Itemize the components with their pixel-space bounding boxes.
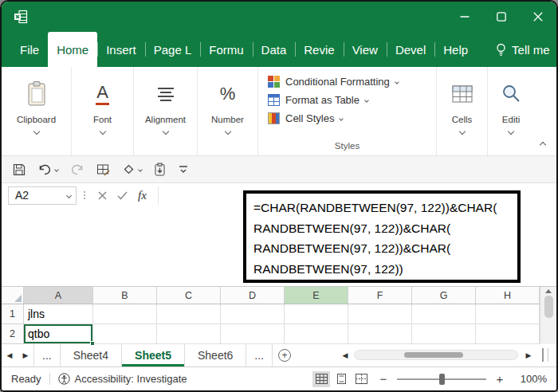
new-sheet-button[interactable]: + [273,344,297,367]
tab-developer[interactable]: Devel [387,32,434,67]
cell-h1[interactable] [476,304,540,324]
chevron-down-icon[interactable] [458,128,465,135]
column-header-a[interactable]: A [24,287,93,304]
cell-a2-active[interactable]: qtbo [24,324,93,344]
accessibility-checker-button[interactable]: Accessibility: Investigate [58,373,187,385]
tab-view[interactable]: View [344,32,387,67]
cells-button[interactable] [451,75,474,113]
normal-view-button[interactable] [312,371,330,387]
sheet-tab-sheet4[interactable]: Sheet4 [61,344,122,367]
chevron-down-icon[interactable] [33,128,39,135]
tab-data[interactable]: Data [253,32,296,67]
horizontal-scrollbar[interactable] [354,350,518,360]
alignment-button[interactable] [157,75,175,113]
cell-d1[interactable] [221,304,285,324]
tab-splitter-handle[interactable] [542,348,548,362]
tab-insert[interactable]: Insert [97,32,145,67]
tell-me-button[interactable]: Tell me [488,32,558,67]
shapes-button[interactable] [122,163,142,176]
enter-button[interactable] [112,186,132,205]
cell-b2[interactable] [93,324,157,344]
insert-function-button[interactable]: fx [132,186,152,205]
page-layout-view-button[interactable] [332,371,350,387]
tab-formulas[interactable]: Formu [200,32,252,67]
cell-g1[interactable] [412,304,476,324]
cell-d2[interactable] [221,324,285,344]
cell-c2[interactable] [157,324,221,344]
formula-line: RANDBETWEEN(97, 122))&CHAR( [253,218,510,239]
sheet-nav-left-button[interactable]: ◀ [2,344,18,367]
close-button[interactable] [520,2,556,32]
cell-styles-button[interactable]: Cell Styles [268,112,399,124]
cell-h2[interactable] [476,324,540,344]
zoom-out-button[interactable]: − [378,372,389,386]
tab-home[interactable]: Home [48,32,97,67]
save-button[interactable] [13,163,26,176]
paste-split-button[interactable] [25,75,49,113]
font-button[interactable]: A [96,75,109,113]
scrollbar-thumb[interactable] [404,352,463,358]
column-header-e[interactable]: E [285,287,348,304]
maximize-button[interactable] [483,2,520,32]
tab-page-layout[interactable]: Page L [145,32,201,67]
customize-qat-button[interactable] [178,164,189,174]
cell-c1[interactable] [157,304,221,324]
tab-review[interactable]: Revie [295,32,343,67]
hscroll-right-button[interactable]: ▶ [521,344,536,367]
cell-e2[interactable] [285,324,348,344]
page-break-view-button[interactable] [352,371,370,387]
editing-group-label: Editi [502,115,520,124]
column-header-d[interactable]: D [221,287,285,304]
sheet-nav-right-button[interactable]: ▶ [18,344,33,367]
zoom-level[interactable]: 100% [513,373,547,385]
column-header-c[interactable]: C [157,287,221,304]
minimize-button[interactable] [446,2,483,32]
column-header-h[interactable]: H [476,287,540,304]
undo-button[interactable] [37,163,58,176]
column-header-f[interactable]: F [348,287,412,304]
zoom-slider[interactable] [397,373,486,386]
chevron-down-icon[interactable] [99,128,105,135]
number-format-button[interactable]: % [220,75,236,113]
tab-file[interactable]: File [11,32,48,67]
zoom-slider-thumb[interactable] [439,374,445,385]
tab-help[interactable]: Help [434,32,477,67]
scroll-up-icon[interactable] [545,289,552,293]
format-as-table-button[interactable]: Format as Table [268,94,399,106]
column-header-b[interactable]: B [93,287,157,304]
vertical-scrollbar[interactable] [540,287,556,344]
percent-icon: % [220,85,236,103]
borders-button[interactable] [96,163,110,176]
cell-e1[interactable] [285,304,348,324]
sheet-overflow-right[interactable]: ... [246,344,273,367]
redo-button[interactable] [70,163,84,176]
editing-button[interactable] [501,75,521,113]
cells-icon [451,83,474,105]
cell-f2[interactable] [348,324,412,344]
cell-f1[interactable] [348,304,412,324]
select-all-button[interactable] [2,287,24,304]
cell-g2[interactable] [412,324,476,344]
row-header-1[interactable]: 1 [2,304,24,324]
row-header-2[interactable]: 2 [2,324,24,344]
conditional-formatting-button[interactable]: Conditional Formatting [268,76,399,88]
zoom-in-button[interactable]: + [494,372,505,386]
cancel-button[interactable] [92,186,112,205]
hscroll-left-button[interactable]: ◀ [338,344,352,367]
chevron-down-icon[interactable] [162,128,168,135]
scrollbar-thumb[interactable] [544,296,553,318]
paste-button[interactable] [154,163,166,176]
sheet-tab-sheet6[interactable]: Sheet6 [185,344,246,367]
column-header-g[interactable]: G [412,287,476,304]
fill-handle[interactable] [90,341,95,346]
sheet-overflow-left[interactable]: ... [33,344,61,367]
chevron-down-icon[interactable] [508,128,514,135]
collapse-ribbon-button[interactable] [540,142,546,148]
cell-a1[interactable]: jlns [24,304,93,324]
chevron-down-icon[interactable] [224,128,230,135]
name-box[interactable]: A2 [8,186,77,205]
formula-input[interactable]: =CHAR(RANDBETWEEN(97, 122))&CHAR( RANDBE… [243,190,521,283]
ribbon-group-number: % Number [198,67,258,155]
sheet-tab-sheet5[interactable]: Sheet5 [122,344,185,367]
cell-b1[interactable] [93,304,157,324]
